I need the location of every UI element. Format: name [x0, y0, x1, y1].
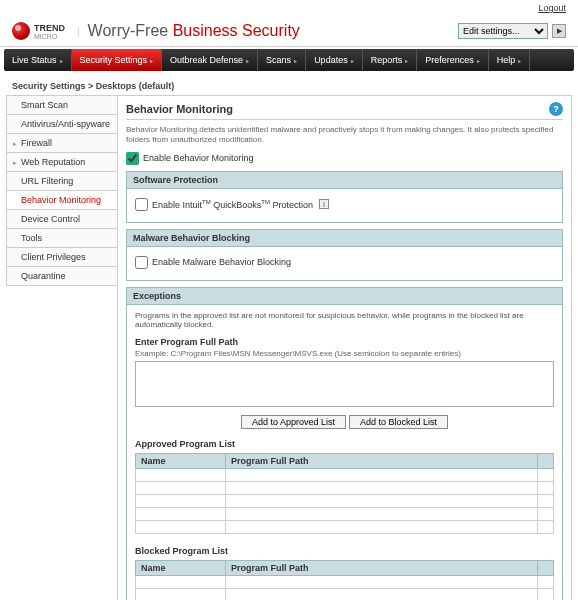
nav-reports[interactable]: Reports▸ — [363, 49, 418, 71]
info-icon[interactable]: i — [319, 199, 329, 209]
page-desc: Behavior Monitoring detects unidentified… — [126, 125, 563, 146]
sidebar-item-firewall[interactable]: ▸Firewall — [6, 133, 118, 152]
nav-live-status[interactable]: Live Status▸ — [4, 49, 72, 71]
nav-updates[interactable]: Updates▸ — [306, 49, 363, 71]
go-button[interactable]: ▶ — [552, 24, 566, 38]
sidebar-item-device-control[interactable]: Device Control — [6, 209, 118, 228]
sidebar-item-url-filtering[interactable]: URL Filtering — [6, 171, 118, 190]
brand-sub: MICRO — [34, 33, 65, 40]
table-row[interactable] — [136, 588, 554, 600]
sidebar-item-smart-scan[interactable]: Smart Scan — [6, 95, 118, 114]
nav-preferences[interactable]: Preferences▸ — [417, 49, 489, 71]
table-row[interactable] — [136, 494, 554, 507]
add-blocked-button[interactable]: Add to Blocked List — [349, 415, 448, 429]
help-icon[interactable]: ? — [549, 102, 563, 116]
edit-settings-select[interactable]: Edit settings... — [458, 23, 548, 39]
quickbooks-checkbox[interactable] — [135, 198, 148, 211]
nav-outbreak-defense[interactable]: Outbreak Defense▸ — [162, 49, 258, 71]
breadcrumb: Security Settings > Desktops (default) — [0, 73, 578, 95]
table-row[interactable] — [136, 481, 554, 494]
enable-quickbooks-protection[interactable]: Enable IntuitTM QuickBooksTM Protection … — [135, 198, 554, 211]
header: TREND MICRO | Worry-Free Business Securi… — [0, 16, 578, 47]
logout-link[interactable]: Logout — [538, 3, 566, 13]
sidebar-item-client-privileges[interactable]: Client Privileges — [6, 247, 118, 266]
enable-behavior-monitoring[interactable]: Enable Behavior Monitoring — [126, 152, 563, 165]
exceptions-desc: Programs in the approved list are not mo… — [135, 311, 554, 329]
table-row[interactable] — [136, 575, 554, 588]
page-title: Behavior Monitoring — [126, 103, 233, 115]
malware-blocking-head: Malware Behavior Blocking — [126, 229, 563, 247]
malware-checkbox[interactable] — [135, 256, 148, 269]
sidebar-item-quarantine[interactable]: Quarantine — [6, 266, 118, 286]
brand-logo: TREND MICRO — [12, 22, 65, 40]
path-label: Enter Program Full Path — [135, 337, 554, 347]
sidebar-item-antivirus-anti-spyware[interactable]: Antivirus/Anti-spyware — [6, 114, 118, 133]
table-row[interactable] — [136, 468, 554, 481]
enable-checkbox[interactable] — [126, 152, 139, 165]
main-nav: Live Status▸Security Settings▸Outbreak D… — [4, 49, 574, 71]
sidebar-item-behavior-monitoring[interactable]: Behavior Monitoring — [6, 190, 118, 209]
program-path-input[interactable] — [135, 361, 554, 407]
table-row[interactable] — [136, 507, 554, 520]
add-approved-button[interactable]: Add to Approved List — [241, 415, 346, 429]
sidebar-item-tools[interactable]: Tools — [6, 228, 118, 247]
brand-text: TREND — [34, 23, 65, 33]
nav-help[interactable]: Help▸ — [489, 49, 531, 71]
blocked-table: NameProgram Full Path — [135, 560, 554, 600]
sidebar-item-web-reputation[interactable]: ▸Web Reputation — [6, 152, 118, 171]
main-panel: Behavior Monitoring ? Behavior Monitorin… — [117, 95, 572, 600]
trend-icon — [12, 22, 30, 40]
software-protection-head: Software Protection — [126, 171, 563, 189]
approved-list-label: Approved Program List — [135, 439, 554, 449]
path-example: Example: C:\Program Files\MSN Messenger\… — [135, 349, 554, 358]
approved-table: NameProgram Full Path — [135, 453, 554, 534]
nav-scans[interactable]: Scans▸ — [258, 49, 306, 71]
enable-malware-blocking[interactable]: Enable Malware Behavior Blocking — [135, 256, 554, 269]
exceptions-head: Exceptions — [126, 287, 563, 305]
product-title: Worry-Free Business Security — [88, 22, 300, 40]
sidebar: Smart ScanAntivirus/Anti-spyware▸Firewal… — [6, 95, 118, 600]
nav-security-settings[interactable]: Security Settings▸ — [72, 49, 163, 71]
blocked-list-label: Blocked Program List — [135, 546, 554, 556]
table-row[interactable] — [136, 520, 554, 533]
